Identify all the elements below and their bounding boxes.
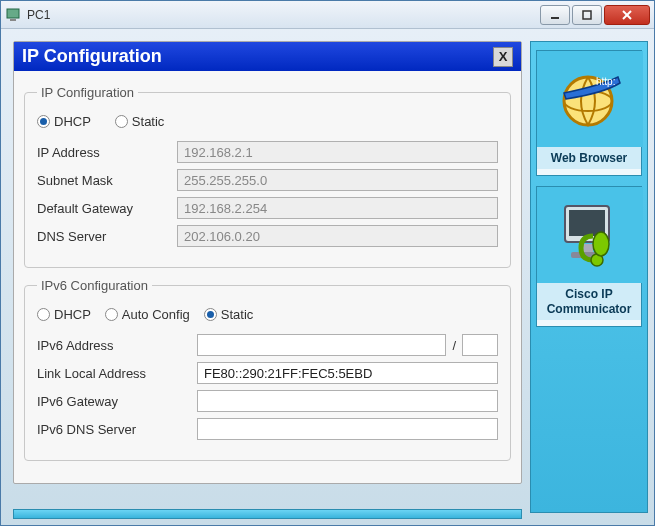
cisco-ip-communicator-app[interactable]: Cisco IP Communicator <box>536 186 642 327</box>
radio-icon <box>204 308 217 321</box>
ipv6-gateway-label: IPv6 Gateway <box>37 394 197 409</box>
window-controls <box>540 5 650 25</box>
ipv6-dns-label: IPv6 DNS Server <box>37 422 197 437</box>
ipv6-dhcp-label: DHCP <box>54 307 91 322</box>
default-gateway-field[interactable] <box>177 197 498 219</box>
ipv6-legend: IPv6 Configuration <box>37 278 152 293</box>
dialog-body: IP Configuration DHCP Static <box>14 71 521 483</box>
cisco-ip-communicator-icon <box>537 187 643 283</box>
ipv6-fieldset: IPv6 Configuration DHCP Auto Config <box>24 278 511 461</box>
ipv4-static-option[interactable]: Static <box>115 114 165 129</box>
link-local-field[interactable] <box>197 362 498 384</box>
svg-point-14 <box>593 232 609 256</box>
radio-icon <box>37 115 50 128</box>
dns-server-label: DNS Server <box>37 229 177 244</box>
web-browser-app[interactable]: http: Web Browser <box>536 50 642 176</box>
minimize-button[interactable] <box>540 5 570 25</box>
ip-config-dialog: IP Configuration X IP Configuration DHCP <box>13 41 522 484</box>
ipv6-static-label: Static <box>221 307 254 322</box>
svg-rect-1 <box>10 19 16 21</box>
ipv6-auto-label: Auto Config <box>122 307 190 322</box>
subnet-mask-label: Subnet Mask <box>37 173 177 188</box>
radio-icon <box>105 308 118 321</box>
dns-server-field[interactable] <box>177 225 498 247</box>
ipv6-prefix-field[interactable] <box>462 334 498 356</box>
ip-address-field[interactable] <box>177 141 498 163</box>
link-local-label: Link Local Address <box>37 366 197 381</box>
web-browser-label: Web Browser <box>537 147 641 169</box>
titlebar: PC1 <box>1 1 654 29</box>
main-panel: IP Configuration X IP Configuration DHCP <box>13 41 522 513</box>
maximize-button[interactable] <box>572 5 602 25</box>
dialog-close-button[interactable]: X <box>493 47 513 67</box>
ip-address-label: IP Address <box>37 145 177 160</box>
svg-text:http:: http: <box>596 76 615 87</box>
radio-icon <box>37 308 50 321</box>
dialog-title: IP Configuration <box>22 46 493 67</box>
ipv6-auto-option[interactable]: Auto Config <box>105 307 190 322</box>
ipv6-dhcp-option[interactable]: DHCP <box>37 307 91 322</box>
app-sidebar: http: Web Browser <box>530 41 648 513</box>
content-area: IP Configuration X IP Configuration DHCP <box>1 29 654 525</box>
cisco-ip-communicator-label: Cisco IP Communicator <box>537 283 641 320</box>
ipv4-dhcp-option[interactable]: DHCP <box>37 114 91 129</box>
ipv6-static-option[interactable]: Static <box>204 307 254 322</box>
dialog-titlebar: IP Configuration X <box>14 42 521 71</box>
close-icon <box>621 9 633 21</box>
ipv4-mode-row: DHCP Static <box>37 114 498 129</box>
svg-rect-0 <box>7 9 19 18</box>
radio-icon <box>115 115 128 128</box>
ipv6-gateway-field[interactable] <box>197 390 498 412</box>
ipv6-dns-field[interactable] <box>197 418 498 440</box>
window-title: PC1 <box>27 8 540 22</box>
maximize-icon <box>582 10 592 20</box>
ipv6-mode-row: DHCP Auto Config Static <box>37 307 498 322</box>
prefix-slash: / <box>452 338 456 353</box>
app-window: PC1 IP Configuration X IP Confi <box>0 0 655 526</box>
ipv4-legend: IP Configuration <box>37 85 138 100</box>
ipv4-dhcp-label: DHCP <box>54 114 91 129</box>
svg-rect-3 <box>583 11 591 19</box>
ipv6-address-field[interactable] <box>197 334 446 356</box>
close-button[interactable] <box>604 5 650 25</box>
ipv6-address-label: IPv6 Address <box>37 338 197 353</box>
ipv4-static-label: Static <box>132 114 165 129</box>
subnet-mask-field[interactable] <box>177 169 498 191</box>
default-gateway-label: Default Gateway <box>37 201 177 216</box>
pc-icon <box>5 7 21 23</box>
web-browser-icon: http: <box>537 51 643 147</box>
bottom-scrollbar[interactable] <box>13 509 522 519</box>
ipv4-fieldset: IP Configuration DHCP Static <box>24 85 511 268</box>
minimize-icon <box>550 10 560 20</box>
